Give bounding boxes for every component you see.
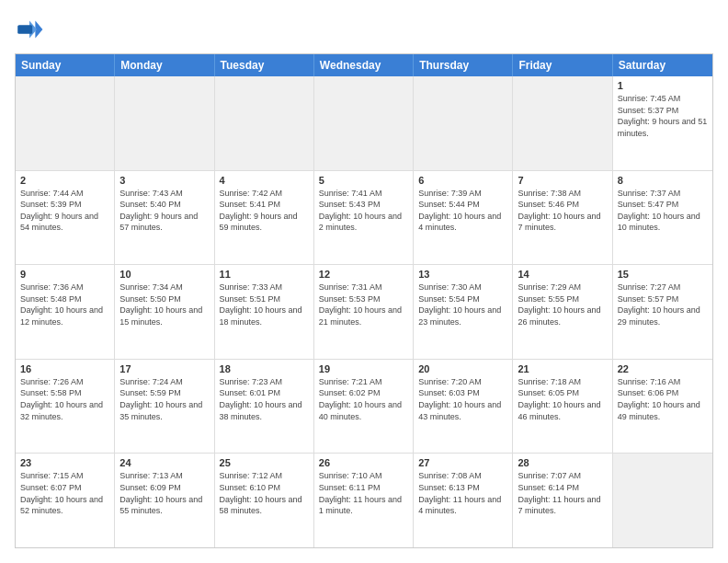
day-info: Sunrise: 7:12 AM Sunset: 6:10 PM Dayligh… (220, 470, 309, 516)
day-cell-12: 12Sunrise: 7:31 AM Sunset: 5:53 PM Dayli… (314, 265, 414, 359)
day-cell-19: 19Sunrise: 7:21 AM Sunset: 6:02 PM Dayli… (314, 360, 414, 454)
calendar-row-4: 16Sunrise: 7:26 AM Sunset: 5:58 PM Dayli… (16, 360, 712, 454)
day-number: 11 (220, 269, 309, 280)
day-number: 3 (119, 175, 209, 186)
calendar-row-1: 1Sunrise: 7:45 AM Sunset: 5:37 PM Daylig… (16, 76, 712, 171)
logo (15, 15, 48, 44)
weekday-header-wednesday: Wednesday (314, 54, 414, 76)
day-info: Sunrise: 7:23 AM Sunset: 6:01 PM Dayligh… (220, 376, 309, 422)
header (15, 15, 713, 44)
day-cell-3: 3Sunrise: 7:43 AM Sunset: 5:40 PM Daylig… (115, 171, 214, 265)
empty-cell (16, 76, 115, 170)
day-number: 7 (518, 175, 607, 186)
day-info: Sunrise: 7:29 AM Sunset: 5:55 PM Dayligh… (518, 282, 607, 327)
day-number: 5 (319, 175, 408, 186)
weekday-header-friday: Friday (513, 54, 612, 76)
day-number: 13 (418, 269, 507, 280)
weekday-header-monday: Monday (115, 54, 214, 76)
day-number: 10 (119, 269, 209, 280)
day-cell-25: 25Sunrise: 7:12 AM Sunset: 6:10 PM Dayli… (215, 454, 314, 547)
day-number: 6 (418, 175, 507, 186)
day-info: Sunrise: 7:43 AM Sunset: 5:40 PM Dayligh… (119, 188, 209, 234)
weekday-header-sunday: Sunday (16, 54, 115, 76)
empty-cell (414, 76, 513, 170)
day-number: 24 (119, 457, 209, 468)
svg-rect-2 (17, 25, 32, 34)
day-cell-9: 9Sunrise: 7:36 AM Sunset: 5:48 PM Daylig… (16, 265, 115, 359)
day-info: Sunrise: 7:42 AM Sunset: 5:41 PM Dayligh… (220, 188, 309, 234)
empty-cell (115, 76, 214, 170)
day-number: 16 (20, 363, 109, 374)
day-info: Sunrise: 7:37 AM Sunset: 5:47 PM Dayligh… (618, 188, 708, 234)
day-cell-18: 18Sunrise: 7:23 AM Sunset: 6:01 PM Dayli… (215, 360, 314, 454)
day-info: Sunrise: 7:26 AM Sunset: 5:58 PM Dayligh… (20, 376, 109, 422)
day-info: Sunrise: 7:18 AM Sunset: 6:05 PM Dayligh… (518, 376, 607, 422)
day-number: 1 (618, 80, 708, 91)
day-cell-2: 2Sunrise: 7:44 AM Sunset: 5:39 PM Daylig… (16, 171, 115, 265)
day-number: 12 (319, 269, 408, 280)
day-info: Sunrise: 7:08 AM Sunset: 6:13 PM Dayligh… (418, 470, 507, 516)
day-number: 19 (319, 363, 408, 374)
day-number: 22 (618, 363, 708, 374)
day-number: 21 (518, 363, 607, 374)
day-info: Sunrise: 7:39 AM Sunset: 5:44 PM Dayligh… (418, 188, 507, 234)
day-info: Sunrise: 7:24 AM Sunset: 5:59 PM Dayligh… (119, 376, 209, 422)
weekday-header-saturday: Saturday (613, 54, 712, 76)
empty-cell (215, 76, 314, 170)
empty-cell (613, 454, 712, 547)
day-cell-4: 4Sunrise: 7:42 AM Sunset: 5:41 PM Daylig… (215, 171, 314, 265)
calendar-row-2: 2Sunrise: 7:44 AM Sunset: 5:39 PM Daylig… (16, 171, 712, 266)
day-info: Sunrise: 7:27 AM Sunset: 5:57 PM Dayligh… (618, 282, 708, 327)
day-info: Sunrise: 7:10 AM Sunset: 6:11 PM Dayligh… (319, 470, 408, 516)
day-cell-17: 17Sunrise: 7:24 AM Sunset: 5:59 PM Dayli… (115, 360, 214, 454)
day-number: 17 (119, 363, 209, 374)
day-number: 8 (618, 175, 708, 186)
day-info: Sunrise: 7:21 AM Sunset: 6:02 PM Dayligh… (319, 376, 408, 422)
day-info: Sunrise: 7:44 AM Sunset: 5:39 PM Dayligh… (20, 188, 109, 234)
day-cell-16: 16Sunrise: 7:26 AM Sunset: 5:58 PM Dayli… (16, 360, 115, 454)
empty-cell (314, 76, 414, 170)
day-info: Sunrise: 7:45 AM Sunset: 5:37 PM Dayligh… (618, 93, 708, 139)
day-cell-15: 15Sunrise: 7:27 AM Sunset: 5:57 PM Dayli… (613, 265, 712, 359)
day-cell-21: 21Sunrise: 7:18 AM Sunset: 6:05 PM Dayli… (513, 360, 612, 454)
day-info: Sunrise: 7:30 AM Sunset: 5:54 PM Dayligh… (418, 282, 507, 327)
day-info: Sunrise: 7:38 AM Sunset: 5:46 PM Dayligh… (518, 188, 607, 234)
calendar-row-5: 23Sunrise: 7:15 AM Sunset: 6:07 PM Dayli… (16, 454, 712, 547)
calendar-header: SundayMondayTuesdayWednesdayThursdayFrid… (16, 54, 712, 76)
day-number: 23 (20, 457, 109, 468)
day-number: 27 (418, 457, 507, 468)
day-info: Sunrise: 7:34 AM Sunset: 5:50 PM Dayligh… (119, 282, 209, 327)
day-number: 20 (418, 363, 507, 374)
day-number: 25 (220, 457, 309, 468)
calendar: SundayMondayTuesdayWednesdayThursdayFrid… (15, 53, 713, 548)
day-number: 26 (319, 457, 408, 468)
day-cell-8: 8Sunrise: 7:37 AM Sunset: 5:47 PM Daylig… (613, 171, 712, 265)
weekday-header-tuesday: Tuesday (215, 54, 314, 76)
day-info: Sunrise: 7:31 AM Sunset: 5:53 PM Dayligh… (319, 282, 408, 327)
day-cell-13: 13Sunrise: 7:30 AM Sunset: 5:54 PM Dayli… (414, 265, 513, 359)
day-info: Sunrise: 7:20 AM Sunset: 6:03 PM Dayligh… (418, 376, 507, 422)
day-number: 18 (220, 363, 309, 374)
day-info: Sunrise: 7:33 AM Sunset: 5:51 PM Dayligh… (220, 282, 309, 327)
day-cell-10: 10Sunrise: 7:34 AM Sunset: 5:50 PM Dayli… (115, 265, 214, 359)
day-cell-27: 27Sunrise: 7:08 AM Sunset: 6:13 PM Dayli… (414, 454, 513, 547)
calendar-body: 1Sunrise: 7:45 AM Sunset: 5:37 PM Daylig… (16, 76, 712, 547)
day-cell-6: 6Sunrise: 7:39 AM Sunset: 5:44 PM Daylig… (414, 171, 513, 265)
day-info: Sunrise: 7:13 AM Sunset: 6:09 PM Dayligh… (119, 470, 209, 516)
day-cell-7: 7Sunrise: 7:38 AM Sunset: 5:46 PM Daylig… (513, 171, 612, 265)
day-cell-1: 1Sunrise: 7:45 AM Sunset: 5:37 PM Daylig… (613, 76, 712, 170)
day-number: 4 (220, 175, 309, 186)
calendar-row-3: 9Sunrise: 7:36 AM Sunset: 5:48 PM Daylig… (16, 265, 712, 360)
logo-icon (15, 15, 44, 44)
page: SundayMondayTuesdayWednesdayThursdayFrid… (0, 0, 728, 563)
day-number: 9 (20, 269, 109, 280)
day-cell-26: 26Sunrise: 7:10 AM Sunset: 6:11 PM Dayli… (314, 454, 414, 547)
day-number: 2 (20, 175, 109, 186)
day-info: Sunrise: 7:15 AM Sunset: 6:07 PM Dayligh… (20, 470, 109, 516)
day-cell-28: 28Sunrise: 7:07 AM Sunset: 6:14 PM Dayli… (513, 454, 612, 547)
day-cell-23: 23Sunrise: 7:15 AM Sunset: 6:07 PM Dayli… (16, 454, 115, 547)
day-number: 14 (518, 269, 607, 280)
weekday-header-thursday: Thursday (414, 54, 513, 76)
day-info: Sunrise: 7:36 AM Sunset: 5:48 PM Dayligh… (20, 282, 109, 327)
day-cell-5: 5Sunrise: 7:41 AM Sunset: 5:43 PM Daylig… (314, 171, 414, 265)
